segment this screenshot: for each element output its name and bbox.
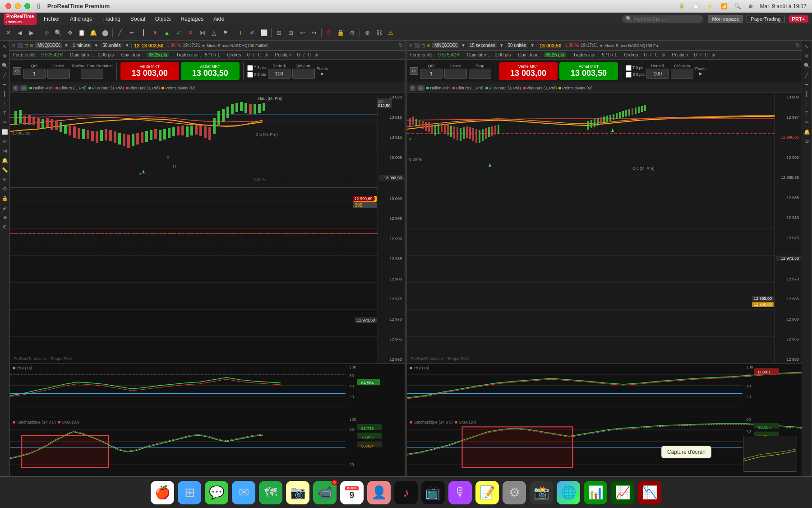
r-tool-hline[interactable]: ━ xyxy=(803,80,811,89)
left-sell-button[interactable]: Vente MKT 13 003,00 xyxy=(120,62,179,80)
tool-gear[interactable]: ⚙ xyxy=(1,185,9,193)
minimize-button[interactable] xyxy=(15,3,21,9)
dock-tv[interactable]: 📺 xyxy=(421,481,445,504)
left-stop-input[interactable] xyxy=(81,69,103,79)
dock-chart1[interactable]: 📊 xyxy=(584,481,607,504)
left-perte-input[interactable] xyxy=(268,69,291,79)
r-tool-crosshair[interactable]: ✥ xyxy=(803,52,811,60)
menu-objets[interactable]: Objets xyxy=(151,14,175,23)
right-stop-input[interactable] xyxy=(469,69,491,79)
tb-undo-btn[interactable]: ↩ xyxy=(297,28,308,38)
dock-chart3[interactable]: 📉 xyxy=(638,481,661,504)
dock-screenshot[interactable]: 📸 xyxy=(530,481,553,504)
right-indicator-settings[interactable]: ⚙ xyxy=(417,85,424,91)
right-limite-input[interactable] xyxy=(444,69,467,79)
paper-trading-button[interactable]: PaperTrading xyxy=(747,15,784,23)
dock-mail[interactable]: ✉ xyxy=(232,481,255,504)
menu-trading[interactable]: Trading xyxy=(98,14,125,23)
tool-lock[interactable]: 🔒 xyxy=(1,194,9,202)
left-buy-button[interactable]: Achat MKT 13 003,50 xyxy=(181,62,240,80)
right-qty-input[interactable] xyxy=(420,69,443,79)
tb-flag-btn[interactable]: ⚑ xyxy=(220,28,231,38)
tb-copy-btn[interactable]: 📋 xyxy=(76,28,87,38)
right-chart-close[interactable]: ✕ xyxy=(409,43,412,48)
tb-rect-btn[interactable]: ⬜ xyxy=(258,28,269,38)
tb-pattern2-btn[interactable]: ⊟ xyxy=(285,28,296,38)
tb-close-btn[interactable]: ✕ xyxy=(3,28,14,38)
tb-delete-btn[interactable]: 🗑 xyxy=(323,28,334,38)
tb-alert-btn[interactable]: 🔔 xyxy=(88,28,99,38)
right-main-chart[interactable]: Clo (M, Pré) 0,00 % 8 13 000 12 997 12 9… xyxy=(407,93,802,364)
left-order-settings[interactable]: ⚙ xyxy=(13,67,21,75)
tool-arrow[interactable]: ↑ xyxy=(1,99,9,107)
tb-back-btn[interactable]: ◀ xyxy=(14,28,25,38)
left-refresh-icon[interactable]: ↻ xyxy=(399,42,403,48)
left-chart-close[interactable]: ✕ xyxy=(12,43,15,48)
tool-line[interactable]: ╱ xyxy=(1,71,9,79)
right-qteauto-input[interactable] xyxy=(671,69,693,79)
left-main-chart[interactable]: 13 000,00 Clo (M, Pré) Haut (M, Pré) 0,0… xyxy=(10,93,405,364)
left-qty-input[interactable] xyxy=(23,69,46,79)
right-sell-button[interactable]: Vente MKT 13 003,00 xyxy=(499,62,558,80)
right-order-settings[interactable]: ⚙ xyxy=(410,67,418,75)
tb-pencil-btn[interactable]: ✐ xyxy=(247,28,258,38)
dock-maps[interactable]: 🗺 xyxy=(259,481,282,504)
tool-marker[interactable]: ◈ xyxy=(1,213,9,221)
tool-pen[interactable]: ✏ xyxy=(1,118,9,126)
mon-espace-button[interactable]: Mon espace xyxy=(708,15,743,23)
tool-hline[interactable]: ━ xyxy=(1,80,9,89)
tool-fib[interactable]: ⋈ xyxy=(1,147,9,155)
tb-pattern1-btn[interactable]: ⊞ xyxy=(273,28,284,38)
dock-launchpad[interactable]: ⊞ xyxy=(178,481,201,504)
left-qteauto-input[interactable] xyxy=(292,69,315,79)
prt-button[interactable]: PRT+ xyxy=(789,15,808,23)
tb-check-btn[interactable]: ✓ xyxy=(173,28,184,38)
tb-lock-btn[interactable]: 🔒 xyxy=(335,28,346,38)
maximize-button[interactable] xyxy=(24,3,30,9)
tool-cursor[interactable]: ↖ xyxy=(1,42,9,51)
tb-redo-btn[interactable]: ↪ xyxy=(309,28,319,38)
tb-arrow-up-btn[interactable]: ▼ xyxy=(150,28,161,38)
tb-magnet-btn[interactable]: ⊛ xyxy=(362,28,373,38)
tb-zoom-btn[interactable]: 🔍 xyxy=(53,28,64,38)
left-timeframe[interactable]: 1 minute xyxy=(70,42,92,48)
search-input[interactable] xyxy=(634,16,697,22)
left-symbol-badge[interactable]: MNQXXXX xyxy=(35,42,62,48)
prt-logo[interactable]: ProRealTimePremium xyxy=(4,13,37,25)
r-tool-pen[interactable]: ✏ xyxy=(803,118,811,126)
right-timeframe[interactable]: 15 secondes xyxy=(467,42,498,48)
left-add-indicator[interactable]: + xyxy=(13,85,18,91)
right-refresh-icon[interactable]: ↻ xyxy=(796,42,800,48)
tool-eraser[interactable]: ⊘ xyxy=(1,137,9,145)
dock-settings[interactable]: ⚙ xyxy=(503,481,526,504)
tool-magnet[interactable]: ⊛ xyxy=(1,175,9,183)
menu-fichier[interactable]: Fichier xyxy=(39,14,65,23)
tb-indicator-btn[interactable]: ⬤ xyxy=(100,28,111,38)
tool-text[interactable]: T xyxy=(1,109,9,117)
right-perte-input[interactable] xyxy=(646,69,669,79)
dock-contacts[interactable]: 👤 xyxy=(367,481,391,504)
right-units[interactable]: 50 unités xyxy=(506,42,529,48)
r-tool-gear[interactable]: ⚙ xyxy=(803,137,811,145)
left-t-check[interactable] xyxy=(247,65,253,71)
tb-link-btn[interactable]: ⛓ xyxy=(374,28,384,38)
dock-music[interactable]: ♪ xyxy=(394,481,418,504)
tb-arrow-dn-btn[interactable]: ▲ xyxy=(161,28,172,38)
r-tool-line[interactable]: ╱ xyxy=(803,71,811,79)
right-s-check[interactable] xyxy=(626,72,632,78)
tb-hline-btn[interactable]: ━ xyxy=(126,28,137,38)
right-symbol-badge[interactable]: MNQXXXX xyxy=(432,42,459,48)
left-limite-input[interactable] xyxy=(47,69,70,79)
tool-zoom[interactable]: 🔍 xyxy=(1,61,9,70)
right-t-check[interactable] xyxy=(626,65,632,71)
r-tool-cursor[interactable]: ↖ xyxy=(803,42,811,51)
search-icon[interactable]: 🔍 xyxy=(734,3,741,9)
tb-triangle-btn[interactable]: △ xyxy=(208,28,219,38)
tb-forward-btn[interactable]: ▶ xyxy=(26,28,37,38)
left-s-check[interactable] xyxy=(247,72,253,78)
r-tool-text[interactable]: T xyxy=(803,109,811,117)
tb-vline-btn[interactable]: ┃ xyxy=(138,28,149,38)
tb-line-btn[interactable]: ╱ xyxy=(115,28,125,38)
r-tool-zoom[interactable]: 🔍 xyxy=(803,61,811,70)
tool-alert[interactable]: 🔔 xyxy=(1,156,9,164)
